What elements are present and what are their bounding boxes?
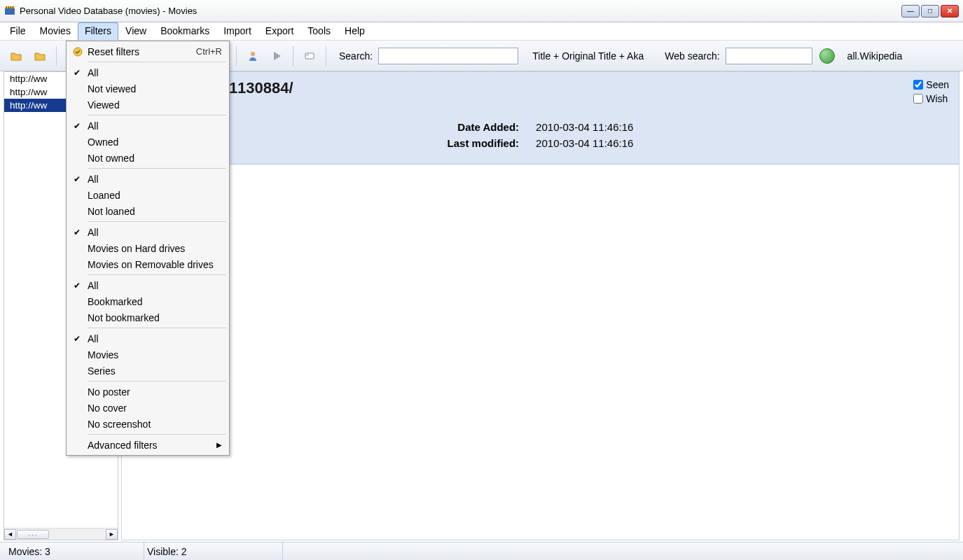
close-button[interactable]: ✕ [941, 5, 959, 18]
status-bar: Movies: 3 Visible: 2 [0, 542, 963, 560]
last-modified-label: Last modified: [448, 137, 520, 149]
seen-checkbox[interactable]: Seen [913, 79, 949, 90]
filter-option[interactable]: Owned [68, 134, 228, 150]
dropdown-separator [88, 62, 226, 62]
filter-option[interactable]: Movies on Removable drives [68, 256, 228, 272]
dropdown-separator [88, 168, 226, 169]
list-horizontal-scrollbar[interactable]: ◄ ► [4, 528, 118, 540]
toolbar-sep [293, 46, 293, 66]
date-added-label: Date Added: [448, 121, 520, 133]
menu-filters[interactable]: Filters [78, 22, 118, 40]
filter-option[interactable]: ✔All [68, 171, 228, 187]
svg-rect-5 [13, 6, 13, 8]
date-added-value: 2010-03-04 11:46:16 [536, 121, 633, 133]
filter-option[interactable]: Movies [68, 346, 228, 363]
toolbar-sep [236, 46, 237, 66]
filter-option[interactable]: No cover [68, 400, 228, 416]
submenu-arrow-icon: ▶ [216, 441, 222, 449]
filter-option[interactable]: Not owned [68, 150, 228, 166]
filter-option[interactable]: Not viewed [68, 80, 228, 97]
detail-panel: lb.com/title/tt1130884/ Seen Wish Date A… [121, 71, 959, 540]
toolbar-person-icon[interactable] [242, 46, 263, 66]
dropdown-separator [88, 381, 226, 382]
search-input[interactable] [378, 48, 518, 64]
menu-export[interactable]: Export [258, 22, 300, 40]
filter-option[interactable]: ✔All [68, 277, 228, 293]
window-buttons: — □ ✕ [901, 5, 959, 18]
check-icon: ✔ [74, 68, 81, 78]
filter-option[interactable]: No screenshot [68, 416, 228, 432]
check-icon: ✔ [74, 121, 81, 131]
filters-dropdown: Reset filters Ctrl+R ✔AllNot viewedViewe… [66, 41, 230, 456]
minimize-button[interactable]: — [901, 5, 920, 18]
window-title: Personal Video Database (movies) - Movie… [20, 6, 901, 16]
dropdown-separator [88, 274, 226, 275]
search-label: Search: [339, 50, 373, 62]
menu-tools[interactable]: Tools [300, 22, 338, 40]
movie-title: lb.com/title/tt1130884/ [133, 79, 948, 97]
last-modified-value: 2010-03-04 11:46:16 [536, 137, 633, 149]
filter-option[interactable]: Viewed [68, 97, 228, 113]
metadata-grid: Date Added: 2010-03-04 11:46:16 Last mod… [448, 121, 634, 149]
filter-option[interactable]: ✔All [68, 118, 228, 134]
scroll-left-icon[interactable]: ◄ [4, 529, 16, 540]
svg-rect-8 [306, 54, 309, 56]
menu-import[interactable]: Import [216, 22, 258, 40]
svg-rect-0 [5, 8, 15, 15]
toolbar-card-icon[interactable] [299, 46, 320, 66]
websearch-source-label[interactable]: all.Wikipedia [847, 50, 903, 62]
toolbar-sep [326, 46, 326, 66]
menu-bookmarks[interactable]: Bookmarks [153, 22, 216, 40]
detail-header: lb.com/title/tt1130884/ Seen Wish Date A… [122, 72, 959, 164]
toolbar-open-icon[interactable] [6, 46, 27, 66]
advanced-filters-item[interactable]: Advanced filters ▶ [68, 437, 228, 453]
menu-movies[interactable]: Movies [33, 22, 78, 40]
wish-checkbox[interactable]: Wish [913, 93, 949, 104]
filter-option[interactable]: Not loaned [68, 203, 228, 219]
status-movies: Movies: 3 [6, 542, 144, 560]
svg-point-6 [251, 52, 255, 56]
dropdown-separator [88, 221, 226, 222]
reset-filters-icon [72, 46, 83, 57]
scrollbar-thumb[interactable] [17, 530, 49, 539]
maximize-button[interactable]: □ [921, 5, 939, 18]
filter-option[interactable]: Movies on Hard drives [68, 240, 228, 256]
seen-checkbox-input[interactable] [913, 80, 923, 90]
check-icon: ✔ [74, 281, 81, 290]
svg-rect-3 [8, 6, 9, 8]
toolbar-sep [56, 46, 57, 66]
wish-checkbox-input[interactable] [913, 94, 923, 104]
menu-bar: File Movies Filters View Bookmarks Impor… [0, 22, 963, 41]
svg-rect-4 [11, 6, 11, 8]
filter-option[interactable]: Bookmarked [68, 293, 228, 309]
filter-option[interactable]: ✔All [68, 330, 228, 346]
menu-file[interactable]: File [3, 22, 33, 40]
dropdown-separator [88, 434, 226, 435]
search-mode-label[interactable]: Title + Original Title + Aka [532, 50, 644, 62]
filter-option[interactable]: ✔All [68, 224, 228, 240]
dropdown-separator [88, 328, 226, 328]
filter-option[interactable]: Not bookmarked [68, 309, 228, 326]
check-icon: ✔ [74, 334, 81, 344]
toolbar-folder-icon[interactable] [29, 46, 50, 66]
reset-filters-item[interactable]: Reset filters Ctrl+R [68, 43, 228, 59]
app-icon [4, 6, 15, 17]
filter-option[interactable]: Loaned [68, 187, 228, 203]
menu-help[interactable]: Help [338, 22, 372, 40]
check-icon: ✔ [74, 227, 81, 237]
websearch-input[interactable] [726, 48, 812, 64]
check-icon: ✔ [74, 174, 81, 184]
filter-option[interactable]: No poster [68, 384, 228, 400]
filter-option[interactable]: Series [68, 363, 228, 379]
menu-view[interactable]: View [118, 22, 153, 40]
svg-rect-2 [6, 6, 7, 8]
reset-filters-shortcut: Ctrl+R [196, 46, 222, 57]
filter-option[interactable]: ✔All [68, 64, 228, 80]
title-bar: Personal Video Database (movies) - Movie… [0, 0, 963, 22]
websearch-label: Web search: [665, 50, 719, 62]
status-visible: Visible: 2 [144, 542, 283, 560]
scroll-right-icon[interactable]: ► [106, 529, 118, 540]
toolbar-play-icon[interactable] [266, 46, 287, 66]
dropdown-separator [88, 115, 226, 115]
websearch-go-icon[interactable] [819, 48, 835, 64]
